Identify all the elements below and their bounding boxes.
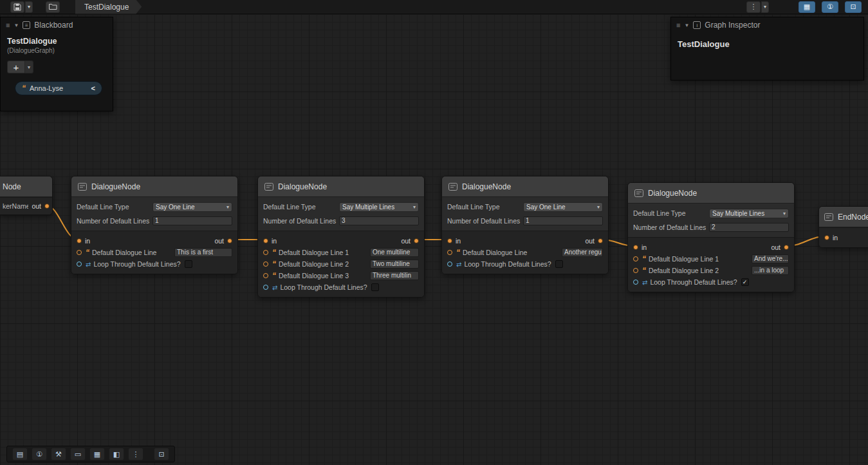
loop-checkbox[interactable] (555, 260, 563, 268)
add-property-button[interactable]: + (7, 61, 25, 73)
add-property-caret[interactable]: ▼ (25, 61, 33, 73)
dialogue-line-field[interactable]: This is a first (174, 248, 232, 257)
node-title[interactable]: DialogueNode (258, 176, 424, 197)
node-title[interactable]: Node (0, 176, 52, 197)
input-port[interactable] (447, 238, 452, 243)
save-button[interactable] (10, 1, 24, 13)
dialogue-line-port[interactable] (633, 268, 638, 273)
blackboard-field-anna-lyse[interactable]: “ Anna-Lyse < (15, 81, 102, 95)
inspector-graph-name: TestDialogue (678, 39, 857, 49)
output-port[interactable] (227, 238, 232, 243)
node-properties: Default Line Type Say Multiple Lines ▾ N… (258, 197, 424, 231)
dialogue-node-4[interactable]: DialogueNode Default Line Type Say Multi… (627, 182, 795, 292)
dialogue-node-1[interactable]: DialogueNode Default Line Type Say One L… (71, 176, 238, 274)
collapse-icon[interactable]: ▼ (684, 23, 689, 28)
output-port[interactable] (414, 238, 419, 243)
line-type-label: Default Line Type (447, 203, 523, 211)
graph-inspector-header[interactable]: ≡ ▼ i Graph Inspector (671, 17, 863, 33)
output-port[interactable] (784, 245, 789, 250)
loop-port[interactable] (77, 261, 82, 267)
save-dropdown-button[interactable]: ▾ (25, 1, 33, 13)
loop-port[interactable] (263, 285, 268, 290)
graph-inspector-button[interactable]: ① (32, 448, 47, 460)
dialogue-node-3[interactable]: DialogueNode Default Line Type Say One L… (441, 176, 609, 274)
node-properties: Default Line Type Say One Line ▾ Number … (442, 197, 608, 231)
blackboard-toggle-button[interactable]: ▦ (799, 1, 815, 13)
blackboard-header[interactable]: ≡ ▼ ≡ Blackboard (1, 17, 113, 33)
out-port-label: out (214, 237, 224, 245)
dialogue-node-2[interactable]: DialogueNode Default Line Type Say Multi… (257, 176, 425, 298)
node-title[interactable]: EndNode (819, 207, 868, 227)
graph-tab[interactable]: TestDialogue (75, 0, 142, 14)
dialogue-line-port[interactable] (633, 256, 638, 261)
expand-arrow-icon[interactable]: < (91, 84, 95, 92)
end-node[interactable]: EndNode in (818, 206, 868, 248)
node-title[interactable]: DialogueNode (71, 176, 237, 197)
loop-checkbox[interactable] (371, 283, 379, 291)
input-port[interactable] (77, 238, 82, 243)
loop-checkbox[interactable]: ✓ (741, 278, 749, 286)
num-lines-field[interactable]: 1 (152, 216, 232, 225)
overflow-menu-button[interactable]: ⋮ (746, 1, 761, 13)
dialogue-line-port[interactable] (263, 261, 268, 267)
dropdown-value: Say Multiple Lines (342, 204, 413, 211)
tools-button[interactable]: ⚒ (51, 448, 66, 460)
hamburger-icon[interactable]: ≡ (676, 21, 680, 29)
out-port-label: out (585, 237, 595, 245)
blackboard-button[interactable]: ▤ (12, 448, 28, 460)
line-type-dropdown[interactable]: Say One Line ▾ (152, 202, 232, 212)
minimap-toggle-button[interactable]: ⊡ (845, 1, 862, 13)
line-type-dropdown[interactable]: Say Multiple Lines ▾ (709, 209, 789, 218)
node-title[interactable]: DialogueNode (442, 176, 608, 197)
open-external-button[interactable]: ⊡ (154, 448, 169, 460)
dialogue-line-field[interactable]: One multiline (370, 248, 419, 257)
loop-checkbox[interactable] (185, 260, 192, 268)
num-lines-field[interactable]: 2 (709, 223, 789, 232)
hamburger-icon[interactable]: ≡ (6, 21, 10, 29)
dialogue-line-field[interactable]: Two multiline (370, 260, 419, 269)
dialogue-line-port[interactable] (447, 250, 452, 255)
dialogue-line-field[interactable]: Three multilin (370, 271, 419, 280)
node-title-label: Node (3, 182, 21, 191)
overflow-menu-caret[interactable]: ▾ (761, 1, 769, 13)
open-external-icon: ⊡ (158, 450, 164, 459)
chevron-down-icon: ▾ (413, 204, 416, 210)
line-type-dropdown[interactable]: Say Multiple Lines ▾ (339, 202, 419, 212)
input-port[interactable] (263, 238, 268, 243)
dialogue-line-label: Default Dialogue Line 3 (279, 272, 370, 280)
dialogue-line-field[interactable]: ...in a loop (752, 266, 789, 275)
node-title[interactable]: DialogueNode (628, 183, 794, 204)
window-button[interactable]: ▭ (70, 448, 86, 460)
dialogue-line-port[interactable] (263, 250, 268, 255)
quote-icon: “ (272, 249, 276, 256)
output-port[interactable] (44, 204, 50, 209)
tools-icon: ⚒ (55, 450, 62, 459)
top-toolbar: ▾ TestDialogue ⋮ ▾ ▦ ① ⊡ (0, 0, 868, 14)
num-lines-field[interactable]: 3 (339, 216, 419, 225)
dialogue-line-port[interactable] (77, 250, 82, 255)
start-node-partial[interactable]: Node kerName out (0, 176, 53, 215)
open-folder-button[interactable] (46, 1, 60, 13)
inspector-toggle-button[interactable]: ① (822, 1, 838, 13)
output-port[interactable] (598, 238, 603, 243)
dialogue-line-port[interactable] (263, 273, 268, 278)
dialogue-line-field[interactable]: Another regu (562, 248, 603, 257)
kebab-menu-icon: ⋮ (750, 3, 757, 11)
more-button[interactable]: ⋮ (128, 448, 143, 460)
in-port-label: in (85, 237, 90, 245)
graph-canvas[interactable]: Node kerName out DialogueNode Default Li… (0, 14, 868, 465)
dropdown-value: Say One Line (526, 204, 597, 211)
node-library-button[interactable]: ◧ (109, 448, 124, 460)
loop-port[interactable] (447, 261, 452, 267)
line-type-dropdown[interactable]: Say One Line ▾ (523, 202, 603, 212)
num-lines-field[interactable]: 1 (523, 216, 603, 225)
graph-inspector-panel[interactable]: ≡ ▼ i Graph Inspector TestDialogue (670, 17, 864, 81)
dialogue-line-field[interactable]: And we're... (752, 254, 789, 263)
collapse-icon[interactable]: ▼ (14, 23, 19, 28)
blackboard-panel[interactable]: ≡ ▼ ≡ Blackboard TestDialogue (DialogueG… (0, 17, 113, 111)
loop-port[interactable] (633, 280, 638, 285)
input-port[interactable] (633, 245, 638, 250)
board-panel-button[interactable]: ▦ (89, 448, 105, 460)
line-type-label: Default Line Type (263, 203, 339, 211)
input-port[interactable] (824, 235, 829, 240)
